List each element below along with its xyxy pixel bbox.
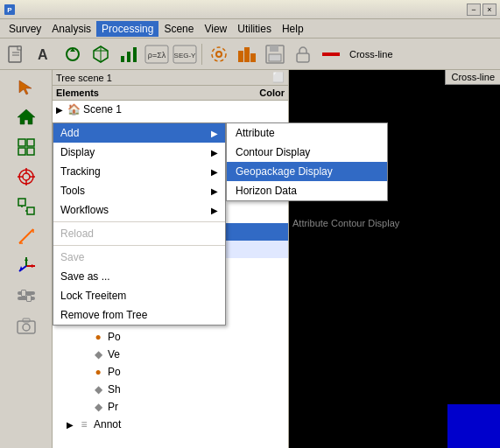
left-icon-measure[interactable] xyxy=(12,222,40,250)
submenu-contour[interactable]: Contour Display xyxy=(227,143,387,162)
toolbar-chart-btn[interactable] xyxy=(234,42,260,66)
left-icon-3daxis[interactable] xyxy=(12,252,40,280)
menu-utilities[interactable]: Utilities xyxy=(232,21,277,37)
ctx-workflows[interactable]: Workflows ▶ xyxy=(53,200,225,220)
menu-help[interactable]: Help xyxy=(277,21,309,37)
ve-icon: ◆ xyxy=(91,347,105,361)
crossline-label: Cross-line xyxy=(349,49,393,60)
tree-header: Tree scene 1 ⬜ xyxy=(53,70,288,86)
left-icon-slider[interactable] xyxy=(12,282,40,310)
display-submenu-arrow: ▶ xyxy=(211,148,218,158)
workflows-submenu-arrow: ▶ xyxy=(211,206,218,215)
ctx-lock[interactable]: Lock Treeitem xyxy=(53,286,225,305)
toolbar-save-btn[interactable] xyxy=(262,42,288,66)
tree-item-ve[interactable]: ◆ Ve xyxy=(53,346,288,363)
left-icon-grid[interactable] xyxy=(12,133,40,161)
toolbar-lock-btn[interactable] xyxy=(290,42,316,66)
submenu-add: Attribute Contour Display Geopackage Dis… xyxy=(226,122,388,201)
toolbar-segy-btn[interactable]: SEG-Y xyxy=(172,42,198,66)
svg-rect-21 xyxy=(238,51,243,62)
left-icon-cursor[interactable] xyxy=(12,74,40,102)
close-button[interactable]: × xyxy=(482,4,496,16)
ctx-saveas[interactable]: Save as ... xyxy=(53,267,225,286)
svg-rect-28 xyxy=(322,52,340,56)
toolbar-minus-btn[interactable] xyxy=(318,42,344,66)
svg-marker-30 xyxy=(18,109,35,124)
submenu-horizondata[interactable]: Horizon Data xyxy=(227,181,387,200)
ve-label: Ve xyxy=(108,348,120,360)
toolbar-sep xyxy=(201,44,202,65)
svg-rect-22 xyxy=(244,47,250,62)
svg-line-45 xyxy=(19,229,33,243)
menu-scene[interactable]: Scene xyxy=(158,21,199,37)
minimize-button[interactable]: − xyxy=(467,4,481,16)
toolbar-stats-btn[interactable] xyxy=(116,42,142,66)
ctx-remove[interactable]: Remove from Tree xyxy=(53,305,225,325)
svg-rect-41 xyxy=(18,199,25,206)
pr-icon: ◆ xyxy=(91,400,105,414)
svg-rect-33 xyxy=(18,148,25,155)
tree-columns: Elements Color xyxy=(53,86,288,101)
po2-label: Po xyxy=(108,366,121,378)
ctx-sep1 xyxy=(53,221,225,222)
scene1-icon: 🏠 xyxy=(67,102,81,116)
left-icon-transform[interactable] xyxy=(12,192,40,220)
svg-rect-31 xyxy=(18,139,25,146)
ctx-tools[interactable]: Tools ▶ xyxy=(53,181,225,200)
svg-rect-32 xyxy=(27,139,34,146)
svg-rect-23 xyxy=(250,53,256,62)
ctx-tracking[interactable]: Tracking ▶ xyxy=(53,162,225,181)
menu-analysis[interactable]: Analysis xyxy=(46,21,96,37)
svg-point-19 xyxy=(216,52,222,57)
svg-text:ρ=Σλ: ρ=Σλ xyxy=(148,51,166,60)
menu-processing[interactable]: Processing xyxy=(96,21,158,37)
attribute-contour-label: Attribute Contour Display xyxy=(289,214,403,232)
menu-bar: Survey Analysis Processing Scene View Ut… xyxy=(0,19,500,38)
menu-view[interactable]: View xyxy=(199,21,232,37)
tree-item-po2[interactable]: ● Po xyxy=(53,363,288,381)
toolbar-view3d-btn[interactable] xyxy=(88,42,114,66)
tree-item-scene1[interactable]: ▶ 🏠 Scene 1 xyxy=(53,101,288,118)
left-icon-target[interactable] xyxy=(12,163,40,191)
title-bar-buttons: − × xyxy=(467,4,496,16)
ctx-display[interactable]: Display ▶ xyxy=(53,143,225,162)
toolbar-text-btn[interactable]: A xyxy=(32,42,58,66)
svg-marker-52 xyxy=(25,257,28,261)
ctx-save: Save xyxy=(53,248,225,267)
svg-text:P: P xyxy=(7,6,12,14)
submenu-geopackage[interactable]: Geopackage Display xyxy=(227,162,387,181)
left-icon-camera[interactable] xyxy=(12,312,40,340)
annot-icon: ≡ xyxy=(77,417,91,431)
svg-rect-13 xyxy=(127,52,130,62)
toolbar-formula-btn[interactable]: ρ=Σλ xyxy=(144,42,170,66)
svg-point-20 xyxy=(212,47,226,61)
toolbar-new-btn[interactable] xyxy=(4,42,30,66)
po2-icon: ● xyxy=(91,365,105,379)
sh-label: Sh xyxy=(108,383,121,396)
left-panel xyxy=(0,70,53,448)
svg-point-36 xyxy=(23,173,30,180)
tools-submenu-arrow: ▶ xyxy=(211,186,218,196)
toolbar-settings-btn[interactable] xyxy=(206,42,232,66)
ctx-reload: Reload xyxy=(53,224,225,243)
tree-item-sh[interactable]: ◆ Sh xyxy=(53,381,288,398)
toolbar-rotate-btn[interactable] xyxy=(60,42,86,66)
tree-item-po1[interactable]: ● Po xyxy=(53,328,288,346)
menu-survey[interactable]: Survey xyxy=(4,21,46,37)
svg-rect-3 xyxy=(18,46,21,50)
context-menu: Add ▶ Display ▶ Tracking ▶ Tools ▶ Workf… xyxy=(53,122,226,326)
svg-rect-12 xyxy=(121,56,124,62)
scene1-label: Scene 1 xyxy=(83,103,122,116)
left-icon-home[interactable] xyxy=(12,103,40,131)
svg-text:SEG-Y: SEG-Y xyxy=(174,52,197,60)
pr-label: Pr xyxy=(108,401,118,413)
title-bar: P − × xyxy=(0,0,500,19)
ctx-add[interactable]: Add ▶ xyxy=(53,123,225,143)
svg-rect-27 xyxy=(297,53,309,62)
main-area: Tree scene 1 ⬜ Elements Color ▶ 🏠 Scene … xyxy=(0,70,500,448)
tree-title: Tree scene 1 xyxy=(56,73,112,83)
tree-item-annot[interactable]: ▶ ≡ Annot xyxy=(53,416,288,433)
tree-close[interactable]: ⬜ xyxy=(272,72,285,83)
submenu-attribute[interactable]: Attribute xyxy=(227,123,387,143)
tree-item-pr[interactable]: ◆ Pr xyxy=(53,398,288,416)
